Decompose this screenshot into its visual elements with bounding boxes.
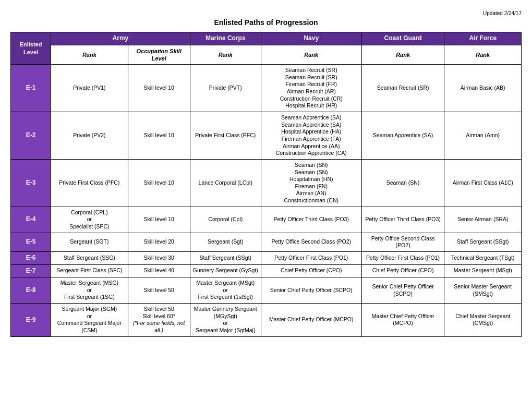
header-marine-corps: Marine Corps (190, 32, 261, 45)
navy-rank-e-3: Seaman (SN) Seaman (SN) Hospitalman (HN)… (261, 159, 361, 207)
header-coast-guard: Coast Guard (361, 32, 444, 45)
army-rank-e-5: Sergeant (SGT) (51, 233, 128, 251)
cg-rank-e-1: Seaman Recruit (SR) (361, 65, 444, 112)
level-cell-e-7: E-7 (11, 264, 51, 277)
navy-rank-e-1: Seaman Recruit (SR) Seaman Recruit (SR) … (261, 65, 361, 112)
header-army: Army (51, 32, 190, 45)
marine-rank-e-4: Corporal (Cpl) (190, 207, 261, 233)
army-skill-e-9: Skill level 50Skill level 60*(*For some … (128, 304, 190, 337)
cg-rank-e-3: Seaman (SN) (361, 159, 444, 207)
army-skill-e-5: Skill level 20 (128, 233, 190, 251)
af-rank-e-3: Airman First Class (A1C) (444, 159, 522, 207)
subheader-army-skill: Occupation Skill Level (128, 45, 190, 65)
navy-rank-e-8: Senior Chief Petty Officer (SCPO) (261, 277, 361, 304)
cg-rank-e-2: Seaman Apprentice (SA) (361, 112, 444, 160)
navy-rank-e-4: Petty Officer Third Class (PO3) (261, 207, 361, 233)
header-enlisted-level: Enlisted Level (11, 32, 51, 65)
navy-rank-e-2: Seaman Apprentice (SA) Seaman Apprentice… (261, 112, 361, 160)
cg-rank-e-6: Petty Officer First Class (PO1) (361, 251, 444, 264)
navy-rank-e-9: Master Chief Petty Officer (MCPO) (261, 304, 361, 337)
marine-rank-e-1: Private (PVT) (190, 65, 261, 112)
level-cell-e-9: E-9 (11, 304, 51, 337)
army-rank-e-8: Master Sergeant (MSG) or First Sergeant … (51, 277, 128, 304)
af-rank-e-1: Airman Basic (AB) (444, 65, 522, 112)
subheader-af-rank: Rank (444, 45, 522, 65)
cg-rank-e-4: Petty Officer Third Class (PO3) (361, 207, 444, 233)
army-skill-e-3: Skill level 10 (128, 159, 190, 207)
army-rank-e-3: Private First Class (PFC) (51, 159, 128, 207)
level-cell-e-6: E-6 (11, 251, 51, 264)
army-rank-e-1: Private (PV1) (51, 65, 128, 112)
army-skill-e-7: Skill level 40 (128, 264, 190, 277)
subheader-navy-rank: Rank (261, 45, 361, 65)
army-rank-e-7: Sergeant First Class (SFC) (51, 264, 128, 277)
af-rank-e-8: Senior Master Sergeant (SMSgt) (444, 277, 522, 304)
army-skill-e-1: Skill level 10 (128, 65, 190, 112)
marine-rank-e-3: Lance Corporal (LCpl) (190, 159, 261, 207)
cg-rank-e-8: Senior Chief Petty Officer (SCPO) (361, 277, 444, 304)
af-rank-e-4: Senior Airman (SRA) (444, 207, 522, 233)
marine-rank-e-2: Private First Class (PFC) (190, 112, 261, 160)
navy-rank-e-5: Petty Office Second Class (PO2) (261, 233, 361, 251)
navy-rank-e-7: Chief Petty Officer (CPO) (261, 264, 361, 277)
navy-rank-e-6: Petty Officer First Class (PO1) (261, 251, 361, 264)
af-rank-e-5: Staff Sergeant (SSgt) (444, 233, 522, 251)
army-skill-e-2: Skill level 10 (128, 112, 190, 160)
header-navy: Navy (261, 32, 361, 45)
cg-rank-e-9: Master Chief Petty Officer (MCPO) (361, 304, 444, 337)
marine-rank-e-6: Staff Sergeant (SSgt) (190, 251, 261, 264)
marine-rank-e-7: Gunnery Sergeant (GySgt) (190, 264, 261, 277)
level-cell-e-8: E-8 (11, 277, 51, 304)
header-air-force: Air Force (444, 32, 522, 45)
cg-rank-e-5: Petty Office Second Class (PO2) (361, 233, 444, 251)
marine-rank-e-8: Master Sergeant (MSgt) or First Sergeant… (190, 277, 261, 304)
army-rank-e-9: Sergeant Major (SGM) or Command Sergeant… (51, 304, 128, 337)
army-skill-e-4: Skill level 10 (128, 207, 190, 233)
subheader-cg-rank: Rank (361, 45, 444, 65)
army-rank-e-4: Corporal (CPL) or Specialist (SPC) (51, 207, 128, 233)
marine-rank-e-9: Master Gunnery Sergeant (MGySgt) or Serg… (190, 304, 261, 337)
army-rank-e-2: Private (PV2) (51, 112, 128, 160)
af-rank-e-9: Chief Master Sergeant (CMSgt) (444, 304, 522, 337)
army-skill-e-8: Skill level 50 (128, 277, 190, 304)
army-rank-e-6: Staff Sergeant (SSG) (51, 251, 128, 264)
marine-rank-e-5: Sergeant (Sgt) (190, 233, 261, 251)
updated-text: Updated 2/24/17 (10, 10, 522, 16)
level-cell-e-3: E-3 (11, 159, 51, 207)
level-cell-e-1: E-1 (11, 65, 51, 112)
subheader-army-rank: Rank (51, 45, 128, 65)
level-cell-e-5: E-5 (11, 233, 51, 251)
army-skill-e-6: Skill level 30 (128, 251, 190, 264)
af-rank-e-7: Master Sergeant (MSgt) (444, 264, 522, 277)
level-cell-e-2: E-2 (11, 112, 51, 160)
cg-rank-e-7: Chief Petty Officer (CPO) (361, 264, 444, 277)
subheader-marine-rank: Rank (190, 45, 261, 65)
level-cell-e-4: E-4 (11, 207, 51, 233)
af-rank-e-2: Airman (Amn) (444, 112, 522, 160)
af-rank-e-6: Technical Sergeant (TSgt) (444, 251, 522, 264)
page-title: Enlisted Paths of Progression (10, 18, 522, 27)
